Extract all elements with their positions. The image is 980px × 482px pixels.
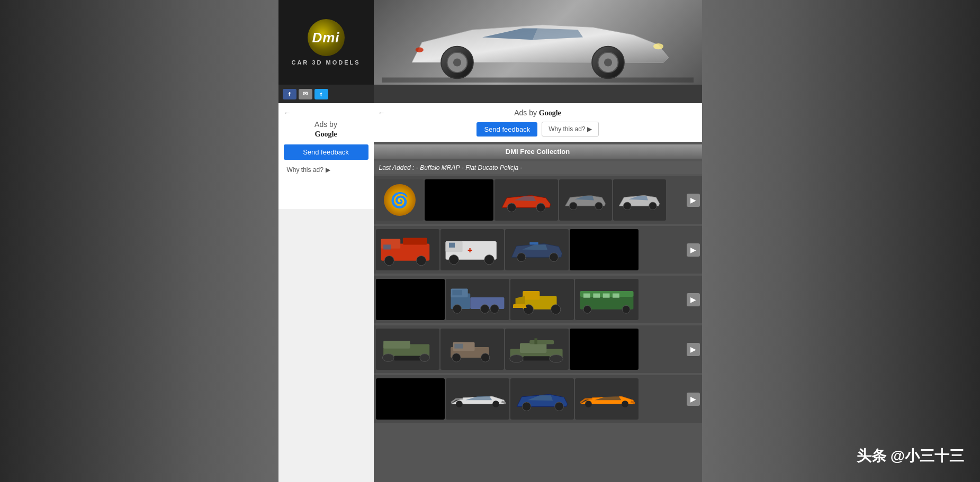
watermark: 头条 @小三十三 — [857, 446, 964, 466]
sidebar-ads-by-google: Ads by Google — [284, 120, 368, 139]
halftrack-icon — [376, 329, 439, 370]
svg-point-11 — [570, 202, 578, 210]
top-why-this-ad-button[interactable]: Why this ad? ▶ — [542, 122, 598, 137]
car-thumb-big-truck[interactable] — [446, 279, 509, 320]
sidebar-why-this-ad[interactable]: Why this ad? ▶ — [284, 164, 368, 176]
gray-car-icon — [559, 179, 612, 221]
svg-rect-60 — [519, 343, 546, 353]
spiral-logo: 🌀 — [384, 184, 416, 216]
car-logo-thumb[interactable]: 🌀 — [376, 179, 424, 221]
email-button[interactable]: ✉ — [299, 89, 312, 99]
svg-point-65 — [549, 355, 563, 363]
section-header: DMI Free Collection — [374, 144, 702, 159]
car-thumb-black-2[interactable] — [570, 229, 639, 270]
police-car-icon — [505, 229, 569, 270]
svg-point-2 — [453, 58, 461, 66]
svg-point-17 — [384, 256, 394, 265]
car-thumb-gray[interactable] — [559, 179, 612, 221]
car-thumb-f1-orange[interactable] — [575, 378, 639, 420]
car-thumb-black-5[interactable] — [376, 378, 445, 420]
silver-car-icon — [613, 179, 666, 221]
svg-rect-29 — [529, 242, 538, 245]
car-thumb-van[interactable]: ✚ — [440, 229, 504, 270]
svg-point-71 — [622, 401, 628, 407]
car-thumb-black-4[interactable] — [570, 329, 639, 370]
last-added-sep3: - — [520, 164, 523, 171]
top-why-arrow-icon: ▶ — [587, 125, 592, 133]
top-ads-back-arrow[interactable]: ← — [378, 108, 385, 117]
car-thumb-black-3[interactable] — [376, 279, 445, 320]
fire-truck-icon — [376, 229, 439, 270]
car-thumb-group-3 — [374, 277, 687, 322]
car-thumb-group-2: ✚ — [374, 227, 687, 272]
svg-point-27 — [517, 253, 526, 262]
row4-next-arrow[interactable]: ▶ — [687, 343, 700, 356]
last-added-item2[interactable]: Fiat Ducato Policja — [465, 164, 518, 171]
ambulance-van-icon: ✚ — [440, 229, 504, 270]
car-thumb-f1-white[interactable] — [446, 378, 509, 420]
top-why-label: Why this ad? — [549, 125, 585, 133]
car-thumb-police[interactable] — [505, 229, 569, 270]
sidebar-why-label: Why this ad? — [287, 166, 323, 174]
loader-icon — [510, 279, 574, 320]
facebook-button[interactable]: f — [283, 89, 296, 99]
svg-point-7 — [653, 43, 663, 49]
car-thumb-jeep[interactable] — [440, 329, 504, 370]
svg-point-57 — [481, 353, 489, 361]
svg-point-28 — [549, 253, 558, 262]
row3-next-arrow[interactable]: ▶ — [687, 293, 700, 306]
sidebar-ads-back-arrow[interactable]: ← — [284, 108, 368, 117]
svg-point-44 — [622, 305, 630, 313]
svg-rect-36 — [452, 290, 462, 295]
car-row-1: 🌀 — [374, 176, 702, 224]
sidebar-send-feedback-button[interactable]: Send feedback — [284, 144, 368, 160]
svg-rect-52 — [394, 356, 420, 360]
car-row-5: ▶ — [374, 375, 702, 423]
car-thumb-tank[interactable] — [505, 329, 569, 370]
svg-point-18 — [416, 256, 426, 265]
ads-buttons: Send feedback Why this ad? ▶ — [476, 122, 598, 137]
f1-orange-icon — [575, 378, 639, 420]
svg-rect-38 — [523, 291, 540, 300]
svg-point-66 — [456, 401, 463, 407]
top-ads-by-label: Ads by — [514, 108, 537, 117]
car-thumb-rally[interactable] — [510, 378, 574, 420]
svg-rect-20 — [383, 244, 391, 249]
big-truck-icon — [446, 279, 509, 320]
car-thumb-silver[interactable] — [613, 179, 666, 221]
svg-point-43 — [583, 305, 591, 313]
svg-point-69 — [554, 402, 563, 411]
row1-next-arrow[interactable]: ▶ — [687, 194, 700, 207]
svg-point-67 — [492, 401, 499, 407]
row2-next-arrow[interactable]: ▶ — [687, 243, 700, 257]
logo-text: Dmi — [312, 30, 339, 46]
last-added-item1[interactable]: Buffalo MRAP — [420, 164, 460, 171]
car-thumb-fire[interactable] — [376, 229, 439, 270]
twitter-button[interactable]: t — [314, 89, 328, 99]
car-thumb-black-1[interactable] — [425, 179, 493, 221]
svg-point-70 — [585, 401, 592, 407]
car-row-3: ▶ — [374, 276, 702, 323]
logo-area: Dmi Car 3D Models — [278, 0, 374, 85]
right-content: ← Ads by Google Send feedback Why this a… — [374, 103, 702, 482]
svg-rect-64 — [523, 356, 550, 360]
top-send-feedback-button[interactable]: Send feedback — [476, 122, 537, 137]
social-bar: f ✉ t — [278, 85, 374, 103]
last-added-label: Last Added : — [379, 164, 415, 171]
car-thumb-loader[interactable] — [510, 279, 574, 320]
logo-subtitle: Car 3D Models — [291, 59, 360, 66]
car-thumb-bus[interactable] — [575, 279, 639, 320]
svg-rect-47 — [603, 294, 609, 298]
svg-point-35 — [480, 305, 489, 314]
svg-rect-62 — [534, 338, 537, 344]
jeep-icon — [440, 329, 504, 370]
sidebar-ads-by-label: Ads by — [314, 120, 337, 129]
row5-next-arrow[interactable]: ▶ — [687, 393, 700, 406]
svg-rect-25 — [449, 243, 455, 248]
car-thumb-red[interactable] — [495, 179, 558, 221]
car-thumb-halftrack[interactable] — [376, 329, 439, 370]
svg-text:✚: ✚ — [467, 247, 472, 253]
rally-car-icon — [510, 378, 574, 420]
svg-point-14 — [649, 202, 657, 210]
svg-rect-6 — [382, 78, 694, 83]
